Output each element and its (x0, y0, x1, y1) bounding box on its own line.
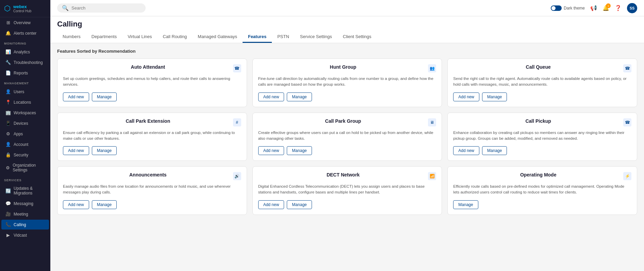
card-operating-mode-header: Operating Mode ⚡ (453, 172, 631, 180)
locations-icon: 📍 (5, 100, 11, 105)
sidebar-item-devices[interactable]: 📱 Devices (1, 118, 49, 128)
sidebar-item-overview[interactable]: ⊞ Overview (1, 18, 49, 28)
card-hunt-group-actions: Add new Manage (258, 92, 436, 101)
dect-network-manage-button[interactable]: Manage (287, 200, 312, 209)
alerts-icon: 🔔 (5, 31, 11, 36)
card-hunt-group-desc: Fine-tune call direction by automaticall… (258, 76, 436, 88)
sidebar-item-meeting[interactable]: 🎥 Meeting (1, 209, 49, 219)
sidebar-item-users[interactable]: 👤 Users (1, 87, 49, 97)
sidebar-label-users: Users (14, 89, 24, 94)
announcements-icon[interactable]: 📢 (590, 5, 597, 11)
card-dect-network-icon: 📶 (428, 172, 436, 180)
meeting-icon: 🎥 (5, 211, 11, 217)
sidebar-label-messaging: Messaging (14, 201, 33, 206)
darkmode-toggle[interactable] (551, 5, 562, 11)
sidebar-item-analytics[interactable]: 📊 Analytics (1, 47, 49, 57)
card-dect-network-header: DECT Network 📶 (258, 172, 436, 180)
call-park-extension-manage-button[interactable]: Manage (92, 146, 117, 155)
sidebar-label-reports: Reports (14, 71, 28, 75)
search-input[interactable] (71, 5, 141, 11)
section-services: Services (0, 175, 50, 183)
tab-service-settings[interactable]: Service Settings (295, 31, 337, 43)
dect-network-add-button[interactable]: Add new (258, 200, 284, 209)
sidebar-item-alerts[interactable]: 🔔 Alerts center (1, 28, 49, 38)
auto-attendant-manage-button[interactable]: Manage (92, 92, 117, 101)
sidebar-item-reports[interactable]: 📄 Reports (1, 68, 49, 78)
call-queue-add-button[interactable]: Add new (453, 92, 479, 101)
tab-client-settings[interactable]: Client Settings (337, 31, 377, 43)
help-icon[interactable]: ❓ (615, 5, 622, 11)
troubleshooting-icon: 🔧 (5, 60, 11, 65)
auto-attendant-add-button[interactable]: Add new (63, 92, 89, 101)
sidebar-item-account[interactable]: 👤 Account (1, 139, 49, 149)
card-auto-attendant-desc: Set up custom greetings, schedules and m… (63, 76, 241, 88)
announcements-add-button[interactable]: Add new (63, 200, 89, 209)
tab-numbers[interactable]: Numbers (57, 31, 86, 43)
card-call-park-extension-icon: # (233, 118, 241, 126)
sidebar-label-updates: Updates & Migrations (14, 186, 45, 196)
call-park-group-manage-button[interactable]: Manage (287, 146, 312, 155)
sidebar-item-apps[interactable]: ⚙ Apps (1, 129, 49, 139)
main-content: 🔍 Dark theme 📢 🔔1 ❓ SS Calling Numbers D… (50, 0, 644, 271)
card-call-park-group-desc: Create effective groups where users can … (258, 130, 436, 142)
sidebar-item-security[interactable]: 🔒 Security (1, 150, 49, 160)
sidebar-label-org-settings: Organization Settings (13, 163, 45, 172)
sidebar-item-org-settings[interactable]: ⚙ Organization Settings (1, 160, 49, 175)
operating-mode-manage-button[interactable]: Manage (453, 200, 478, 209)
overview-icon: ⊞ (5, 20, 11, 25)
workspaces-icon: 🏢 (5, 110, 11, 115)
search-bar[interactable]: 🔍 (57, 3, 146, 13)
vidcast-icon: ▶ (5, 233, 11, 238)
call-park-group-add-button[interactable]: Add new (258, 146, 284, 155)
apps-icon: ⚙ (5, 131, 11, 136)
sidebar-label-apps: Apps (14, 132, 23, 136)
card-call-park-group-icon: 🖥 (428, 118, 436, 126)
card-call-park-extension-actions: Add new Manage (63, 146, 241, 155)
card-auto-attendant: Auto Attendant ☎ Set up custom greetings… (57, 58, 247, 107)
card-call-park-extension-header: Call Park Extension # (63, 118, 241, 126)
card-call-park-extension-desc: Ensure call efficiency by parking a call… (63, 130, 241, 142)
features-subtitle: Features Sorted by Recommendation (57, 49, 637, 54)
card-hunt-group-icon: 👥 (428, 64, 436, 72)
devices-icon: 📱 (5, 121, 11, 126)
card-auto-attendant-title: Auto Attendant (63, 64, 233, 70)
call-pickup-manage-button[interactable]: Manage (482, 146, 507, 155)
announcements-manage-button[interactable]: Manage (92, 200, 117, 209)
card-announcements-desc: Easily manage audio files from one locat… (63, 184, 241, 196)
sidebar-item-workspaces[interactable]: 🏢 Workspaces (1, 108, 49, 118)
card-hunt-group-header: Hunt Group 👥 (258, 64, 436, 72)
sidebar-item-updates[interactable]: 🔄 Updates & Migrations (1, 184, 49, 198)
card-operating-mode: Operating Mode ⚡ Efficiently route calls… (447, 166, 637, 215)
tab-features[interactable]: Features (243, 31, 272, 43)
hunt-group-add-button[interactable]: Add new (258, 92, 284, 101)
sidebar-item-vidcast[interactable]: ▶ Vidcast (1, 230, 49, 240)
tab-call-routing[interactable]: Call Routing (157, 31, 192, 43)
sidebar: ⬡ webex Control Hub ⊞ Overview 🔔 Alerts … (0, 0, 50, 271)
messaging-icon: 💬 (5, 201, 11, 206)
sidebar-item-troubleshooting[interactable]: 🔧 Troubleshooting (1, 57, 49, 67)
call-park-extension-add-button[interactable]: Add new (63, 146, 89, 155)
card-call-pickup-header: Call Pickup ☎ (453, 118, 631, 126)
calling-icon: 📞 (5, 222, 11, 227)
app-logo: ⬡ webex Control Hub (0, 0, 50, 17)
card-operating-mode-icon: ⚡ (623, 172, 631, 180)
call-queue-manage-button[interactable]: Manage (482, 92, 507, 101)
webex-icon: ⬡ (4, 4, 11, 13)
card-call-queue-header: Call Queue ☎ (453, 64, 631, 72)
user-avatar[interactable]: SS (627, 3, 637, 13)
call-pickup-add-button[interactable]: Add new (453, 146, 479, 155)
sidebar-item-locations[interactable]: 📍 Locations (1, 97, 49, 107)
tab-pstn[interactable]: PSTN (272, 31, 295, 43)
hunt-group-manage-button[interactable]: Manage (287, 92, 312, 101)
tab-managed-gateways[interactable]: Managed Gateways (192, 31, 243, 43)
darkmode-toggle-area: Dark theme (551, 5, 585, 11)
card-dect-network-actions: Add new Manage (258, 200, 436, 209)
tab-departments[interactable]: Departments (86, 31, 122, 43)
notifications-icon[interactable]: 🔔1 (602, 5, 609, 11)
sidebar-item-calling[interactable]: 📞 Calling (1, 220, 49, 230)
search-icon: 🔍 (62, 5, 69, 11)
sidebar-item-messaging[interactable]: 💬 Messaging (1, 199, 49, 208)
tab-virtual-lines[interactable]: Virtual Lines (122, 31, 157, 43)
card-call-pickup-desc: Enhance collaboration by creating call p… (453, 130, 631, 142)
card-call-queue-desc: Send the right call to the right agent. … (453, 76, 631, 88)
